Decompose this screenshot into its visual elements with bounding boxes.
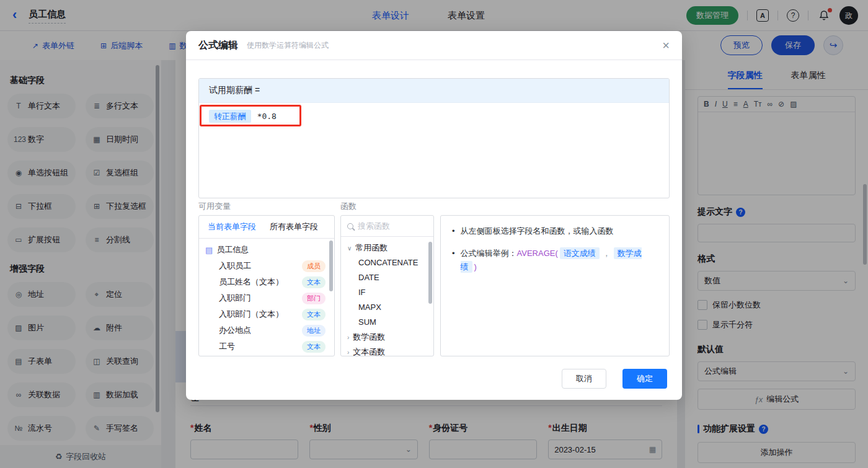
functions-scrollbar[interactable] (428, 242, 432, 304)
chevron-collapsed-icon: › (347, 334, 349, 341)
type-badge: 地址 (302, 325, 326, 337)
variable-row[interactable]: 入职员工 成员 (205, 258, 329, 274)
variables-tabs: 当前表单字段 所有表单字段 (199, 216, 334, 239)
formula-editor: 试用期薪酬 = 转正薪酬 *0.8 (198, 78, 670, 198)
modal-subtitle: 使用数学运算符编辑公式 (247, 40, 329, 51)
functions-tree: ∨ 常用函数 CONCATENATE DATE IF MAPX SUM › 数学… (341, 237, 433, 356)
group-math-functions[interactable]: › 数学函数 (347, 330, 427, 345)
type-badge: 部门 (302, 293, 326, 304)
modal-header: 公式编辑 使用数学运算符编辑公式 × (186, 31, 682, 60)
variables-tree: ▤ 员工信息 入职员工 成员 员工姓名（文本） 文本 入职部门 部门 入职部门（… (199, 239, 334, 355)
cancel-button[interactable]: 取消 (562, 369, 606, 389)
variables-panel: 当前表单字段 所有表单字段 ▤ 员工信息 入职员工 成员 员工姓名（文本） 文本… (198, 215, 335, 356)
type-badge: 成员 (302, 260, 326, 272)
tab-all-form-fields[interactable]: 所有表单字段 (270, 221, 318, 232)
variable-row[interactable]: 员工姓名（文本） 文本 (205, 274, 329, 290)
search-input[interactable] (358, 221, 420, 231)
hints-panel: • 从左侧面板选择字段名和函数，或输入函数 • 公式编辑举例：AVERAGE(语… (440, 215, 670, 356)
hint-function-name: AVERAGE( (517, 249, 558, 258)
group-common-functions[interactable]: ∨ 常用函数 (347, 241, 427, 255)
function-item-date[interactable]: DATE (347, 270, 427, 285)
function-search (341, 216, 433, 237)
formula-input-area[interactable]: 转正薪酬 *0.8 (199, 103, 669, 130)
hint-line-2: • 公式编辑举例：AVERAGE(语文成绩，数学成绩) (452, 247, 658, 274)
app-root: ‹ 员工信息 表单设计 表单设置 数据管理 A ? 政 (0, 0, 868, 468)
search-icon (347, 223, 353, 229)
formula-edit-modal: 公式编辑 使用数学运算符编辑公式 × 试用期薪酬 = 转正薪酬 *0.8 可用变… (186, 31, 682, 400)
field-token[interactable]: 转正薪酬 (209, 110, 251, 123)
variable-row[interactable]: 入职部门（文本） 文本 (205, 306, 329, 322)
type-badge: 文本 (302, 341, 326, 353)
functions-label: 函数 (340, 201, 356, 212)
type-badge: 文本 (302, 309, 326, 320)
hint-example-prefix: 公式编辑举例： (461, 249, 517, 258)
modal-footer: 取消 确定 (562, 369, 667, 389)
variable-row[interactable]: 入职部门 部门 (205, 290, 329, 306)
function-item-concatenate[interactable]: CONCATENATE (347, 255, 427, 270)
form-doc-icon: ▤ (205, 245, 213, 255)
type-badge: 文本 (302, 276, 326, 288)
hint-close-paren: ) (474, 262, 477, 272)
group-text-functions[interactable]: › 文本函数 (347, 345, 427, 356)
variable-row[interactable]: 工号 文本 (205, 338, 329, 355)
function-item-mapx[interactable]: MAPX (347, 300, 427, 315)
tab-current-form-fields[interactable]: 当前表单字段 (208, 221, 256, 232)
formula-target-label: 试用期薪酬 = (199, 79, 669, 103)
modal-title: 公式编辑 (198, 39, 238, 52)
hint-token-chinese-score: 语文成绩 (560, 247, 600, 259)
formula-expression-text: *0.8 (257, 112, 277, 121)
variable-row[interactable]: 办公地点 地址 (205, 322, 329, 338)
close-icon[interactable]: × (662, 39, 670, 51)
function-item-if[interactable]: IF (347, 285, 427, 300)
function-item-sum[interactable]: SUM (347, 315, 427, 330)
chevron-collapsed-icon: › (347, 349, 349, 356)
confirm-button[interactable]: 确定 (622, 369, 667, 389)
chevron-expanded-icon: ∨ (347, 245, 352, 252)
hint-line-1: • 从左侧面板选择字段名和函数，或输入函数 (452, 224, 658, 238)
tree-root-form[interactable]: ▤ 员工信息 (205, 242, 329, 258)
functions-panel: ∨ 常用函数 CONCATENATE DATE IF MAPX SUM › 数学… (340, 215, 434, 356)
variables-scrollbar[interactable] (329, 241, 333, 291)
hint-comma: ， (603, 249, 611, 258)
variables-label: 可用变量 (198, 201, 231, 212)
